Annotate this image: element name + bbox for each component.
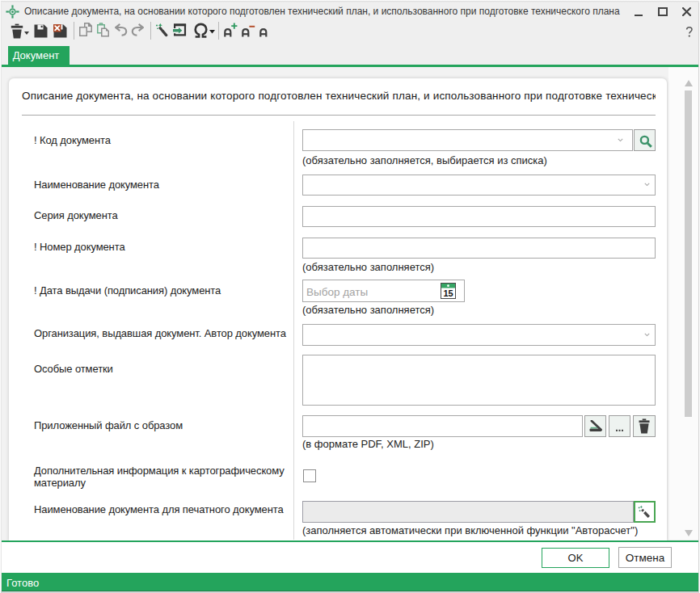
svg-text:15: 15: [443, 288, 453, 297]
